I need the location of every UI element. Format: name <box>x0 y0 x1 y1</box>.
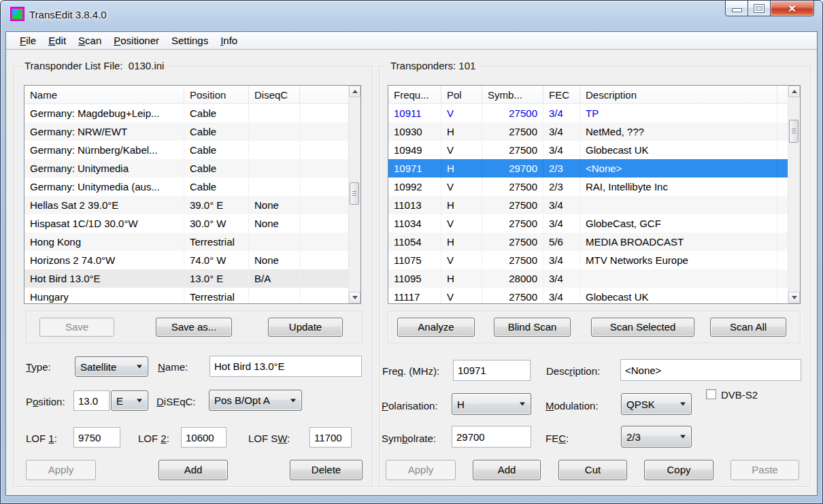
table-row[interactable]: Germany: Unitymedia (aus...Cable <box>24 178 360 196</box>
table-row[interactable]: Hellas Sat 2 39.0°E39.0° ENone <box>24 196 360 214</box>
delete-button[interactable]: Delete <box>290 460 363 480</box>
menu-edit[interactable]: Edit <box>42 33 72 48</box>
position-direction-select[interactable]: E <box>111 390 148 411</box>
table-cell: 2/3 <box>543 159 580 178</box>
table-row[interactable]: Germany: Nürnberg/Kabel...Cable <box>24 141 360 159</box>
table-row[interactable]: 10949V275003/4Globecast UK <box>388 141 800 159</box>
table-row[interactable]: 11075V275003/4MTV Networks Europe <box>388 251 800 269</box>
apply-tp-button[interactable]: Apply <box>386 460 456 480</box>
type-select[interactable]: Satellite <box>75 356 148 377</box>
description-input[interactable] <box>620 359 801 381</box>
transponder-list-group-label: Transponder List File: 0130.ini <box>21 60 167 71</box>
table-cell: 3/4 <box>543 214 580 233</box>
table-row[interactable]: Hot Bird 13.0°E13.0° EB/A <box>24 269 360 288</box>
scrollbar-thumb[interactable] <box>350 182 359 205</box>
copy-button[interactable]: Copy <box>644 460 713 480</box>
diseqc-select[interactable]: Pos B/Opt A <box>209 390 302 411</box>
table-cell: 5/6 <box>543 233 580 251</box>
scrollbar-down-button[interactable] <box>349 292 360 303</box>
table-row[interactable]: Hong KongTerrestrial <box>24 233 360 251</box>
table-cell: H <box>441 269 482 288</box>
save-button[interactable]: Save <box>39 318 114 337</box>
freq-input[interactable] <box>453 360 531 381</box>
table-row[interactable]: 10911V275003/4TP <box>388 104 800 122</box>
add-tp-button[interactable]: Add <box>473 460 541 480</box>
table-row[interactable]: HungaryTerrestrial <box>24 288 360 304</box>
blind-scan-button[interactable]: Blind Scan <box>494 318 571 337</box>
table-row[interactable]: Germany: NRW/EWTCable <box>24 122 360 141</box>
table-cell: 3/4 <box>543 122 580 141</box>
position-input[interactable] <box>73 390 110 411</box>
table-row[interactable]: 11117V275003/4Globecast UK <box>388 288 800 304</box>
column-header-symbolrate[interactable]: Symb... <box>482 86 543 104</box>
transponder-list-scrollbar[interactable] <box>788 86 800 303</box>
update-button[interactable]: Update <box>268 318 343 337</box>
add-list-button[interactable]: Add <box>158 460 228 480</box>
lofsw-input[interactable] <box>309 427 352 448</box>
menu-scan[interactable]: Scan <box>72 33 107 48</box>
table-cell: V <box>441 214 482 233</box>
close-button[interactable]: ✕ <box>770 0 814 16</box>
table-cell: 30.0° W <box>184 214 249 233</box>
column-header-diseqc[interactable]: DiseqC <box>249 86 300 104</box>
column-header-name[interactable]: Name <box>24 86 184 104</box>
table-row[interactable]: Horizons 2 74.0°W74.0° WNone <box>24 251 360 269</box>
scrollbar-up-button[interactable] <box>349 86 360 97</box>
table-cell: V <box>441 104 482 122</box>
menu-file[interactable]: File <box>14 33 42 48</box>
lof2-input[interactable] <box>181 427 226 448</box>
polarisation-value: H <box>457 399 465 410</box>
table-cell: Germany: NRW/EWT <box>24 122 184 141</box>
column-header-fec[interactable]: FEC <box>543 86 580 104</box>
analyze-button[interactable]: Analyze <box>397 318 475 337</box>
table-row[interactable]: 11054H275005/6MEDIA BROADCAST <box>388 233 800 251</box>
scan-all-button[interactable]: Scan All <box>710 318 786 337</box>
column-header-frequency[interactable]: Frequ... <box>388 86 441 104</box>
close-icon: ✕ <box>788 3 796 14</box>
table-cell: 11034 <box>388 214 441 233</box>
paste-button[interactable]: Paste <box>730 460 799 480</box>
table-row[interactable]: 11095H280003/4 <box>388 269 800 288</box>
apply-list-button[interactable]: Apply <box>26 460 96 480</box>
table-cell: 10949 <box>388 141 441 159</box>
table-row[interactable]: Germany: Magdebug+Leip...Cable <box>24 104 360 122</box>
scrollbar-up-button[interactable] <box>788 86 800 97</box>
window-title: TransEdit 3.8.4.0 <box>29 9 107 20</box>
name-input[interactable] <box>209 356 362 377</box>
menu-positioner[interactable]: Positioner <box>107 33 165 48</box>
modulation-select[interactable]: QPSK <box>621 393 692 415</box>
polarisation-select[interactable]: H <box>452 393 531 415</box>
table-cell <box>777 214 788 233</box>
minimize-button[interactable] <box>725 0 748 16</box>
lof1-input[interactable] <box>73 427 120 448</box>
scrollbar-down-button[interactable] <box>788 292 800 303</box>
table-row[interactable]: Germany: UnitymediaCable <box>24 159 360 178</box>
table-row[interactable]: 11034V275003/4GlobeCast, GCF <box>388 214 800 233</box>
maximize-button[interactable] <box>748 0 771 16</box>
column-header-pol[interactable]: Pol <box>441 86 482 104</box>
table-row[interactable]: Hispasat 1C/1D 30.0°W30.0° WNone <box>24 214 360 233</box>
symbolrate-input[interactable] <box>452 426 531 448</box>
table-cell: H <box>441 122 482 141</box>
table-cell <box>777 233 788 251</box>
fec-select[interactable]: 2/3 <box>621 426 692 448</box>
satellite-list-scrollbar[interactable] <box>348 86 360 303</box>
table-row[interactable]: 10930H275003/4NetMed, ??? <box>388 122 800 141</box>
chevron-down-icon <box>137 365 142 369</box>
column-header-description[interactable]: Description <box>580 86 777 104</box>
satellite-list-header: Name Position DiseqC <box>24 86 360 104</box>
column-header-position[interactable]: Position <box>184 86 249 104</box>
scan-selected-button[interactable]: Scan Selected <box>591 318 694 337</box>
table-cell: 3/4 <box>543 104 580 122</box>
dvbs2-checkbox[interactable] <box>706 389 716 399</box>
menu-settings[interactable]: Settings <box>165 33 214 48</box>
save-as-button[interactable]: Save as... <box>156 318 232 337</box>
table-row[interactable]: 11013H275003/4 <box>388 196 800 214</box>
table-row[interactable]: 10992V275002/3RAI, Intellibyte Inc <box>388 178 800 196</box>
scrollbar-thumb[interactable] <box>789 120 799 143</box>
menu-info[interactable]: Info <box>214 33 243 48</box>
table-row[interactable]: 10971H297002/3<None> <box>388 159 800 178</box>
table-cell: V <box>441 288 482 304</box>
menu-bar: File Edit Scan Positioner Settings Info <box>6 32 817 50</box>
cut-button[interactable]: Cut <box>558 460 627 480</box>
